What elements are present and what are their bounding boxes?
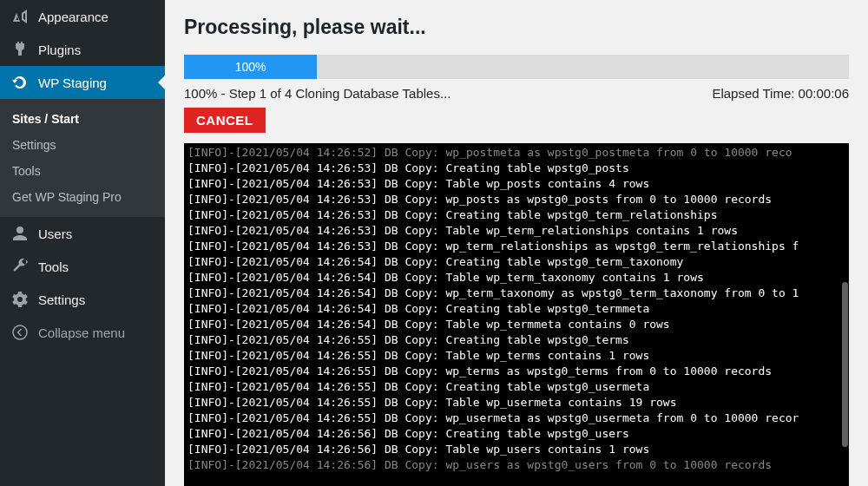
cancel-button[interactable]: CANCEL [184, 108, 266, 133]
sidebar-item-settings[interactable]: Settings [0, 283, 165, 316]
user-icon [10, 225, 30, 242]
log-line: [INFO]-[2021/05/04 14:26:55] DB Copy: Cr… [187, 379, 845, 395]
collapse-icon [10, 324, 30, 341]
log-line: [INFO]-[2021/05/04 14:26:55] DB Copy: Ta… [187, 348, 845, 364]
submenu-item-get-pro[interactable]: Get WP Staging Pro [0, 184, 165, 210]
sidebar-item-label: WP Staging [38, 76, 107, 90]
sidebar-item-label: Users [38, 227, 72, 241]
log-line: [INFO]-[2021/05/04 14:26:56] DB Copy: Cr… [187, 426, 845, 442]
status-text: 100% - Step 1 of 4 Cloning Database Tabl… [184, 86, 450, 101]
refresh-icon [10, 74, 30, 91]
elapsed-time: Elapsed Time: 00:00:06 [712, 86, 849, 101]
log-line: [INFO]-[2021/05/04 14:26:55] DB Copy: wp… [187, 410, 845, 426]
sidebar-item-appearance[interactable]: Appearance [0, 0, 165, 33]
sidebar-item-label: Collapse menu [38, 325, 125, 340]
log-line: [INFO]-[2021/05/04 14:26:56] DB Copy: Ta… [187, 442, 845, 457]
log-line: [INFO]-[2021/05/04 14:26:55] DB Copy: Cr… [187, 332, 845, 348]
log-line: [INFO]-[2021/05/04 14:26:54] DB Copy: Ta… [187, 270, 845, 286]
sidebar-item-wp-staging[interactable]: WP Staging [0, 66, 165, 99]
status-row: 100% - Step 1 of 4 Cloning Database Tabl… [184, 86, 849, 101]
log-line: [INFO]-[2021/05/04 14:26:52] DB Copy: wp… [187, 145, 845, 161]
submenu-item-settings[interactable]: Settings [0, 132, 165, 158]
log-line: [INFO]-[2021/05/04 14:26:56] DB Copy: wp… [187, 457, 845, 473]
svg-point-0 [13, 325, 27, 339]
log-line: [INFO]-[2021/05/04 14:26:53] DB Copy: wp… [187, 239, 845, 254]
gear-icon [10, 291, 30, 308]
sidebar-item-tools[interactable]: Tools [0, 250, 165, 283]
log-scrollbar[interactable] [842, 282, 848, 447]
sidebar-item-users[interactable]: Users [0, 217, 165, 250]
sidebar-item-label: Plugins [38, 43, 81, 57]
page-title: Processing, please wait... [184, 16, 849, 39]
sidebar-item-plugins[interactable]: Plugins [0, 33, 165, 66]
appearance-icon [10, 8, 30, 25]
submenu-item-sites-start[interactable]: Sites / Start [0, 106, 165, 132]
main-content: Processing, please wait... 100% 100% - S… [165, 0, 868, 486]
log-line: [INFO]-[2021/05/04 14:26:54] DB Copy: wp… [187, 286, 845, 301]
plugin-icon [10, 41, 30, 58]
log-line: [INFO]-[2021/05/04 14:26:53] DB Copy: Cr… [187, 161, 845, 176]
sidebar-item-label: Settings [38, 292, 85, 307]
log-line: [INFO]-[2021/05/04 14:26:55] DB Copy: Ta… [187, 395, 845, 410]
sidebar-submenu: Sites / Start Settings Tools Get WP Stag… [0, 99, 165, 217]
log-console[interactable]: [INFO]-[2021/05/04 14:26:52] DB Copy: wp… [184, 143, 849, 486]
sidebar-item-collapse[interactable]: Collapse menu [0, 316, 165, 349]
log-line: [INFO]-[2021/05/04 14:26:53] DB Copy: Ta… [187, 223, 845, 239]
log-line: [INFO]-[2021/05/04 14:26:54] DB Copy: Cr… [187, 301, 845, 317]
progress-bar-fill: 100% [184, 55, 317, 79]
wrench-icon [10, 258, 30, 275]
progress-bar: 100% [184, 55, 849, 79]
progress-percent: 100% [235, 60, 266, 74]
log-line: [INFO]-[2021/05/04 14:26:54] DB Copy: Cr… [187, 254, 845, 270]
admin-sidebar: Appearance Plugins WP Staging Sites / St… [0, 0, 165, 486]
submenu-item-tools[interactable]: Tools [0, 158, 165, 184]
sidebar-item-label: Tools [38, 259, 69, 274]
sidebar-item-label: Appearance [38, 10, 108, 24]
log-line: [INFO]-[2021/05/04 14:26:53] DB Copy: Ta… [187, 176, 845, 192]
log-line: [INFO]-[2021/05/04 14:26:53] DB Copy: wp… [187, 192, 845, 207]
log-line: [INFO]-[2021/05/04 14:26:54] DB Copy: Ta… [187, 317, 845, 332]
log-line: [INFO]-[2021/05/04 14:26:53] DB Copy: Cr… [187, 207, 845, 223]
log-line: [INFO]-[2021/05/04 14:26:55] DB Copy: wp… [187, 364, 845, 379]
